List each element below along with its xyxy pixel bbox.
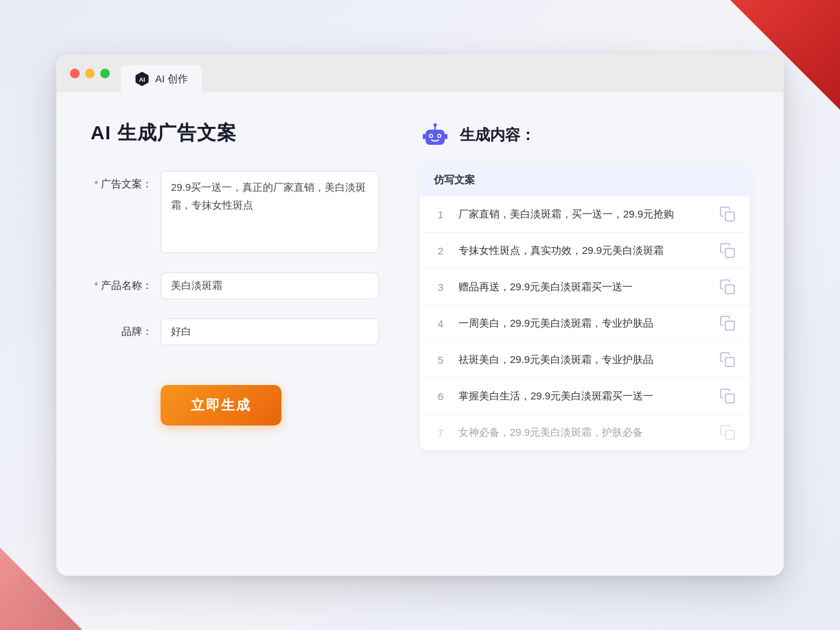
result-title: 生成内容：: [460, 125, 535, 145]
row-number: 1: [434, 209, 447, 220]
ad-copy-group: *广告文案： 29.9买一送一，真正的厂家直销，美白淡斑霜，专抹女性斑点: [91, 171, 379, 253]
product-name-label: *产品名称：: [91, 272, 152, 292]
table-row: 6 掌握美白生活，29.9元美白淡斑霜买一送一: [420, 378, 749, 415]
row-text: 专抹女性斑点，真实功效，29.9元美白淡斑霜: [458, 243, 708, 259]
svg-text:AI: AI: [139, 76, 145, 83]
copy-icon[interactable]: [719, 424, 736, 441]
ad-copy-input[interactable]: 29.9买一送一，真正的厂家直销，美白淡斑霜，专抹女性斑点: [161, 171, 379, 253]
svg-rect-12: [725, 285, 734, 294]
row-text: 女神必备，29.9元美白淡斑霜，护肤必备: [458, 425, 708, 441]
tab-label: AI 创作: [155, 73, 188, 86]
close-button[interactable]: [70, 69, 80, 78]
table-header: 仿写文案: [420, 164, 749, 196]
copy-icon[interactable]: [719, 242, 736, 259]
maximize-button[interactable]: [100, 69, 110, 78]
result-rows-container: 1 厂家直销，美白淡斑霜，买一送一，29.9元抢购 2 专抹女性斑点，真实功效，…: [420, 196, 749, 450]
copy-icon[interactable]: [719, 206, 736, 222]
page-title: AI 生成广告文案: [91, 120, 379, 146]
table-row: 1 厂家直销，美白淡斑霜，买一送一，29.9元抢购: [420, 196, 749, 233]
table-row: 2 专抹女性斑点，真实功效，29.9元美白淡斑霜: [420, 233, 749, 269]
svg-point-7: [434, 124, 437, 127]
row-text: 厂家直销，美白淡斑霜，买一送一，29.9元抢购: [458, 207, 708, 222]
copy-icon[interactable]: [719, 351, 736, 368]
row-text: 赠品再送，29.9元美白淡斑霜买一送一: [458, 279, 708, 295]
required-star-product: *: [94, 279, 98, 291]
svg-point-4: [430, 135, 432, 137]
table-row: 4 一周美白，29.9元美白淡斑霜，专业护肤品: [420, 305, 749, 342]
svg-rect-15: [725, 394, 734, 403]
brand-group: 品牌：: [91, 318, 379, 345]
row-number: 3: [434, 281, 447, 293]
row-number: 2: [434, 245, 447, 257]
minimize-button[interactable]: [85, 69, 95, 78]
svg-rect-10: [725, 212, 734, 221]
svg-rect-9: [445, 134, 447, 139]
copy-icon[interactable]: [719, 315, 736, 331]
traffic-lights: [70, 69, 110, 78]
ai-tab[interactable]: AI AI 创作: [121, 65, 202, 93]
left-panel: AI 生成广告文案 *广告文案： 29.9买一送一，真正的厂家直销，美白淡斑霜，…: [91, 120, 379, 548]
brand-label: 品牌：: [91, 318, 152, 338]
row-text: 一周美白，29.9元美白淡斑霜，专业护肤品: [458, 316, 708, 331]
svg-rect-8: [423, 134, 425, 139]
svg-rect-14: [725, 358, 734, 366]
copy-icon[interactable]: [719, 279, 736, 295]
svg-point-5: [439, 135, 441, 137]
table-row: 7 女神必备，29.9元美白淡斑霜，护肤必备: [420, 415, 749, 450]
main-content: AI 生成广告文案 *广告文案： 29.9买一送一，真正的厂家直销，美白淡斑霜，…: [56, 93, 784, 576]
product-name-input[interactable]: [161, 272, 379, 299]
svg-rect-1: [425, 130, 445, 145]
svg-rect-13: [725, 321, 734, 330]
row-number: 6: [434, 390, 447, 402]
ad-copy-label: *广告文案：: [91, 171, 152, 191]
row-text: 祛斑美白，29.9元美白淡斑霜，专业护肤品: [458, 352, 708, 368]
svg-rect-11: [725, 248, 734, 257]
copy-icon[interactable]: [719, 388, 736, 404]
table-row: 5 祛斑美白，29.9元美白淡斑霜，专业护肤品: [420, 342, 749, 378]
title-bar: AI AI 创作: [56, 54, 784, 93]
right-panel: 生成内容： 仿写文案 1 厂家直销，美白淡斑霜，买一送一，29.9元抢购 2 专…: [420, 120, 749, 548]
product-name-group: *产品名称：: [91, 272, 379, 299]
bot-icon: [420, 120, 450, 150]
row-number: 7: [434, 427, 447, 439]
result-header: 生成内容：: [420, 120, 749, 150]
row-number: 4: [434, 318, 447, 329]
row-number: 5: [434, 354, 447, 366]
svg-rect-16: [725, 430, 734, 439]
table-row: 3 赠品再送，29.9元美白淡斑霜买一送一: [420, 269, 749, 305]
required-star-ad: *: [94, 178, 98, 189]
row-text: 掌握美白生活，29.9元美白淡斑霜买一送一: [458, 388, 708, 404]
ai-tab-icon: AI: [135, 71, 150, 86]
brand-input[interactable]: [161, 318, 379, 345]
result-table: 仿写文案 1 厂家直销，美白淡斑霜，买一送一，29.9元抢购 2 专抹女性斑点，…: [420, 164, 749, 450]
generate-button[interactable]: 立即生成: [161, 385, 281, 425]
browser-window: AI AI 创作 AI 生成广告文案 *广告文案： 29.9买一送一，真正的厂家…: [56, 54, 784, 576]
